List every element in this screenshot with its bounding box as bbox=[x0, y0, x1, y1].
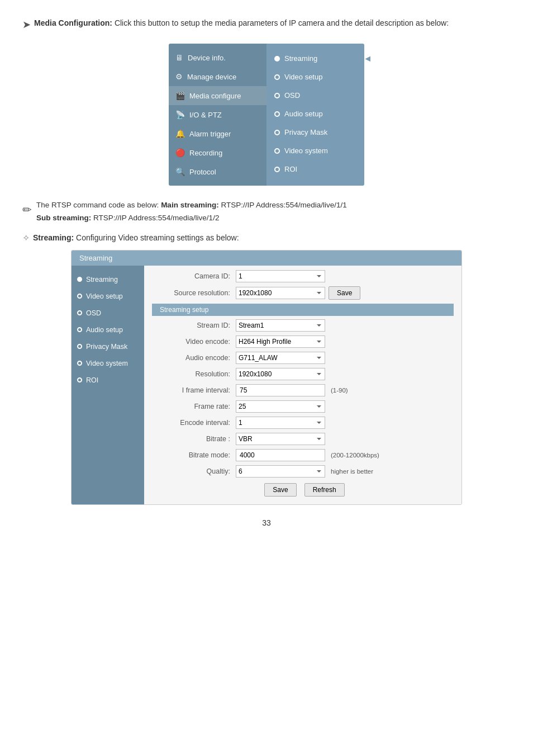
sidebar-label-roi: ROI bbox=[86, 376, 98, 384]
iframe-input[interactable] bbox=[236, 384, 325, 396]
streaming-inner: Streaming Video setup OSD Audio setup Pr… bbox=[72, 266, 461, 504]
stream-id-select[interactable]: Stream1 Stream2 bbox=[236, 319, 325, 332]
alarm-trigger-icon: 🔔 bbox=[175, 129, 185, 138]
audio-setup-radio bbox=[274, 111, 280, 117]
sidebar-video-setup[interactable]: Video setup bbox=[72, 288, 144, 305]
menu-item-recording[interactable]: 🔴 Recording bbox=[169, 143, 266, 162]
menu-label-io-ptz: I/O & PTZ bbox=[189, 111, 222, 119]
sidebar-audio-setup-dot bbox=[77, 327, 82, 332]
sidebar-audio-setup[interactable]: Audio setup bbox=[72, 322, 144, 338]
submenu-video-setup[interactable]: Video setup bbox=[266, 68, 364, 86]
bitrate-mode-control: (200-12000kbps) bbox=[236, 449, 454, 461]
bitrate-select[interactable]: VBR CBR bbox=[236, 433, 325, 445]
submenu-osd[interactable]: OSD bbox=[266, 86, 364, 105]
audio-encode-label: Audio encode: bbox=[152, 354, 236, 362]
video-encode-row: Video encode: H264 High Profile H264 Mai… bbox=[152, 336, 454, 348]
io-ptz-icon: 📡 bbox=[175, 110, 185, 119]
submenu-label-privacy-mask: Privacy Mask bbox=[284, 128, 327, 136]
video-encode-control: H264 High Profile H264 Main Profile H265… bbox=[236, 336, 454, 348]
encode-interval-label: Encode interval: bbox=[152, 419, 236, 427]
sidebar-label-video-system: Video system bbox=[86, 360, 128, 367]
iframe-row: I frame interval: (1-90) bbox=[152, 384, 454, 396]
submenu-label-audio-setup: Audio setup bbox=[284, 110, 323, 118]
sidebar-streaming-dot bbox=[77, 277, 82, 282]
menu-item-device-info[interactable]: 🖥 Device info. bbox=[169, 48, 266, 67]
submenu-label-video-setup: Video setup bbox=[284, 73, 322, 81]
quality-select[interactable]: 1234 5678 bbox=[236, 465, 325, 478]
framerate-label: Frame rate: bbox=[152, 403, 236, 410]
stream-id-row: Stream ID: Stream1 Stream2 bbox=[152, 319, 454, 332]
resolution-select[interactable]: 1920x1080 1280x720 640x480 bbox=[236, 368, 325, 380]
stream-body: Camera ID: 1 2 Source resolution: 1920x1… bbox=[144, 266, 461, 504]
streaming-bold: Streaming: bbox=[33, 233, 74, 242]
video-system-radio bbox=[274, 148, 280, 154]
refresh-button[interactable]: Refresh bbox=[304, 483, 345, 497]
sidebar-privacy-mask[interactable]: Privacy Mask bbox=[72, 338, 144, 355]
submenu-roi[interactable]: ROI bbox=[266, 160, 364, 178]
menu-item-media-configure[interactable]: 🎬 Media configure bbox=[169, 86, 266, 105]
framerate-select[interactable]: 25 30 15 10 5 bbox=[236, 400, 325, 413]
resolution-row: Resolution: 1920x1080 1280x720 640x480 bbox=[152, 368, 454, 380]
sidebar-osd[interactable]: OSD bbox=[72, 305, 144, 322]
rtsp-main-url: RTSP://IP Address:554/media/live/1/1 bbox=[219, 201, 347, 209]
streaming-panel: Streaming Streaming Video setup OSD Audi… bbox=[71, 250, 462, 505]
resolution-control: 1920x1080 1280x720 640x480 bbox=[236, 368, 454, 380]
streaming-radio bbox=[274, 56, 280, 62]
sidebar-osd-dot bbox=[77, 310, 82, 315]
audio-encode-control: G711_ALAW G711_ULAW G726 AAC bbox=[236, 352, 454, 364]
menu-diagram: 🖥 Device info. ⚙ Manage device 🎬 Media c… bbox=[160, 44, 373, 186]
submenu-video-system[interactable]: Video system bbox=[266, 141, 364, 160]
source-res-control: 1920x1080 1280x720 640x480 Save bbox=[236, 286, 454, 300]
stream-id-label: Stream ID: bbox=[152, 322, 236, 329]
save-button[interactable]: Save bbox=[264, 483, 296, 497]
rtsp-text: The RTSP command code as below: Main str… bbox=[36, 199, 347, 225]
media-config-heading: ➤ Media Configuration: Click this button… bbox=[22, 17, 511, 32]
submenu-label-video-system: Video system bbox=[284, 147, 328, 155]
sidebar-label-audio-setup: Audio setup bbox=[86, 326, 123, 334]
iframe-control: (1-90) bbox=[236, 384, 454, 396]
menu-label-media-configure: Media configure bbox=[189, 92, 241, 100]
protocol-icon: 🔍 bbox=[175, 167, 185, 176]
bitrate-mode-input[interactable] bbox=[236, 449, 325, 461]
rtsp-main-bold: Main streaming: bbox=[161, 201, 219, 209]
rtsp-sub-url: RTSP://IP Address:554/media/live/1/2 bbox=[91, 214, 219, 222]
resolution-label: Resolution: bbox=[152, 370, 236, 378]
submenu-streaming[interactable]: Streaming bbox=[266, 49, 364, 68]
pencil-icon: ✏ bbox=[22, 200, 32, 219]
menu-label-device-info: Device info. bbox=[188, 54, 226, 62]
menu-item-alarm-trigger[interactable]: 🔔 Alarm trigger bbox=[169, 124, 266, 143]
heading-desc: Click this button to setup the media par… bbox=[112, 18, 449, 27]
bitrate-label: Bitrate : bbox=[152, 435, 236, 443]
roi-radio bbox=[274, 167, 280, 172]
stream-content: Camera ID: 1 2 Source resolution: 1920x1… bbox=[144, 266, 461, 504]
diamond-icon: ✧ bbox=[22, 233, 30, 243]
menu-item-protocol[interactable]: 🔍 Protocol bbox=[169, 162, 266, 181]
sidebar-video-system[interactable]: Video system bbox=[72, 355, 144, 372]
framerate-control: 25 30 15 10 5 bbox=[236, 400, 454, 413]
quality-hint: higher is better bbox=[331, 468, 373, 475]
camera-id-select[interactable]: 1 2 bbox=[236, 270, 325, 282]
source-res-row: Source resolution: 1920x1080 1280x720 64… bbox=[152, 286, 454, 300]
submenu-audio-setup[interactable]: Audio setup bbox=[266, 105, 364, 123]
video-encode-select[interactable]: H264 High Profile H264 Main Profile H265… bbox=[236, 336, 325, 348]
rtsp-line1: The RTSP command code as below: Main str… bbox=[36, 199, 347, 212]
streaming-desc: Configuring Video streaming settings as … bbox=[74, 233, 239, 242]
video-setup-radio bbox=[274, 74, 280, 80]
audio-encode-select[interactable]: G711_ALAW G711_ULAW G726 AAC bbox=[236, 352, 325, 364]
encode-interval-select[interactable]: 1 2 3 4 bbox=[236, 417, 325, 429]
menu-item-io-ptz[interactable]: 📡 I/O & PTZ bbox=[169, 105, 266, 124]
sidebar-video-setup-dot bbox=[77, 294, 82, 299]
menu-label-manage-device: Manage device bbox=[187, 73, 236, 81]
camera-id-control: 1 2 bbox=[236, 270, 454, 282]
sidebar-streaming[interactable]: Streaming bbox=[72, 271, 144, 288]
sidebar-roi[interactable]: ROI bbox=[72, 372, 144, 389]
submenu-privacy-mask[interactable]: Privacy Mask bbox=[266, 123, 364, 141]
source-res-save-button[interactable]: Save bbox=[329, 286, 360, 300]
bitrate-mode-row: Bitrate mode: (200-12000kbps) bbox=[152, 449, 454, 461]
rtsp-line2: Sub streaming: RTSP://IP Address:554/med… bbox=[36, 212, 347, 225]
sidebar-privacy-mask-dot bbox=[77, 344, 82, 349]
menu-item-manage-device[interactable]: ⚙ Manage device bbox=[169, 67, 266, 86]
page-number-text: 33 bbox=[262, 518, 271, 527]
stream-sidebar: Streaming Video setup OSD Audio setup Pr… bbox=[72, 266, 144, 504]
source-res-select[interactable]: 1920x1080 1280x720 640x480 bbox=[236, 287, 325, 299]
